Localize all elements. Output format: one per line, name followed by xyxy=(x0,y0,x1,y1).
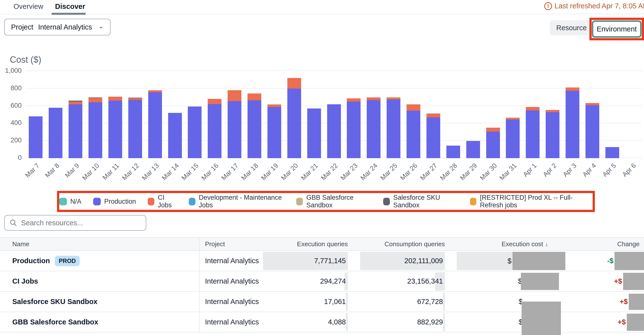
redacted-change-value xyxy=(614,252,644,270)
environment-toggle-button[interactable]: Environment xyxy=(593,22,640,37)
stacked-bar xyxy=(188,107,202,158)
x-slot: Apr 3 xyxy=(563,160,582,192)
bar-slot-mar-31 xyxy=(503,71,523,158)
x-slot: Apr 5 xyxy=(602,160,622,192)
bar-segment-ci-jobs xyxy=(108,97,122,101)
bar-slot-mar-16 xyxy=(205,71,225,158)
execution-queries-value: 7,771,145 xyxy=(314,257,348,265)
bar-slot-apr-1 xyxy=(523,71,543,158)
bar-segment-production xyxy=(29,116,42,158)
legend-swatch xyxy=(93,198,101,205)
active-tab-underline xyxy=(52,13,86,15)
bar-segment-ci-jobs xyxy=(68,102,82,104)
bar-segment-production xyxy=(546,112,560,158)
tab-overview[interactable]: Overview xyxy=(14,3,43,11)
bar-segment-ci-jobs xyxy=(406,105,420,111)
cost-stacked-bar-chart xyxy=(26,71,642,158)
bar-segment-production xyxy=(208,104,222,158)
bar-segment-production xyxy=(148,92,162,158)
redacted-change-value xyxy=(627,313,644,331)
bar-segment-production xyxy=(526,110,540,158)
y-tick-label: 0 xyxy=(0,154,22,162)
legend-swatch xyxy=(59,198,67,205)
legend-swatch xyxy=(189,198,196,205)
column-header-name[interactable]: Name xyxy=(0,238,199,250)
search-box xyxy=(4,215,146,231)
x-tick-label: Apr 4 xyxy=(581,162,598,179)
resource-toggle-button[interactable]: Resource xyxy=(550,20,593,36)
stacked-bar xyxy=(29,116,42,158)
bar-slot-apr-5 xyxy=(602,71,622,158)
bar-segment-ci-jobs xyxy=(88,98,102,102)
bar-segment-ci-jobs xyxy=(526,107,540,110)
project-filter-dropdown[interactable]: Project Internal Analytics ⌄ xyxy=(4,19,110,36)
bar-slot-mar-19 xyxy=(264,71,284,158)
search-input[interactable] xyxy=(21,219,141,227)
bar-slot-apr-2 xyxy=(543,71,563,158)
legend-item-development-maintenance-jobs[interactable]: Development - Maintenance Jobs xyxy=(189,194,284,209)
y-axis: 02004006008001,000 xyxy=(0,71,22,158)
bar-slot-mar-29 xyxy=(463,71,483,158)
legend-swatch xyxy=(383,198,390,205)
bar-segment-production xyxy=(506,120,520,158)
column-header-consumption-queries[interactable]: Consumption queries xyxy=(348,238,445,250)
x-tick-label: Apr 5 xyxy=(601,162,618,179)
legend-item-salesforce-sku-sandbox[interactable]: Salesforce SKU Sandbox xyxy=(383,194,458,209)
stacked-bar xyxy=(168,113,182,158)
column-header-label: Execution cost xyxy=(502,240,543,248)
legend-item-production[interactable]: Production xyxy=(93,198,136,205)
consumption-queries-value: 23,156,341 xyxy=(407,277,445,285)
bar-segment-production xyxy=(287,89,301,158)
execution-queries-value: 294,274 xyxy=(320,277,348,285)
bar-slot-mar-20 xyxy=(284,71,304,158)
resources-table: NameProjectExecution queriesConsumption … xyxy=(0,237,644,332)
execution-queries-value: 4,088 xyxy=(328,318,348,326)
bar-segment-production xyxy=(406,111,420,158)
legend-swatch xyxy=(296,198,303,205)
stacked-bar xyxy=(49,108,62,158)
legend-item--restricted-prod-xl-full-refresh-jobs[interactable]: [RESTRICTED] Prod XL -- Full-Refresh job… xyxy=(470,194,593,209)
resource-name: Production xyxy=(12,257,50,265)
legend-swatch xyxy=(148,198,154,205)
bar-segment-production xyxy=(367,100,380,158)
x-axis: Mar 7Mar 8Mar 9Mar 10Mar 11Mar 12Mar 13M… xyxy=(26,160,642,192)
stacked-bar xyxy=(68,101,82,158)
stacked-bar xyxy=(486,128,500,158)
stacked-bar xyxy=(88,97,102,158)
stacked-bar xyxy=(307,109,321,158)
y-tick-label: 800 xyxy=(0,84,22,92)
redacted-cost-value xyxy=(512,252,565,270)
column-header-change[interactable]: Change xyxy=(586,238,644,250)
column-header-project[interactable]: Project xyxy=(199,238,264,250)
legend-item-n-a[interactable]: N/A xyxy=(59,198,81,205)
bar-segment-production xyxy=(327,104,341,158)
table-row-salesforce-sku-sandbox[interactable]: Salesforce SKU SandboxInternal Analytics… xyxy=(0,292,644,312)
x-tick-label: Mar 7 xyxy=(24,162,41,179)
stacked-bar xyxy=(586,103,599,158)
annotation-box-legend: N/AProductionCI JobsDevelopment - Mainte… xyxy=(57,191,595,212)
legend-swatch xyxy=(470,198,476,205)
bar-slot-mar-28 xyxy=(443,71,463,158)
consumption-queries-value: 672,728 xyxy=(417,298,445,306)
bar-segment-ci-jobs xyxy=(228,91,242,101)
bar-segment-production xyxy=(586,105,599,158)
legend-item-ci-jobs[interactable]: CI Jobs xyxy=(148,194,177,209)
stacked-bar xyxy=(566,87,579,158)
table-row-production[interactable]: ProductionPRODInternal Analytics7,771,14… xyxy=(0,251,644,271)
stacked-bar xyxy=(327,104,341,158)
x-tick-label: Apr 3 xyxy=(561,162,578,179)
bar-slot-mar-27 xyxy=(424,71,444,158)
bar-slot-mar-8 xyxy=(46,71,66,158)
column-header-execution-queries[interactable]: Execution queries xyxy=(264,238,348,250)
table-row-ci-jobs[interactable]: CI JobsInternal Analytics294,27423,156,3… xyxy=(0,271,644,292)
tab-discover[interactable]: Discover xyxy=(55,3,85,11)
redacted-cost-value xyxy=(522,301,561,335)
legend-label: GBB Salesforce Sandbox xyxy=(306,194,372,209)
legend-item-gbb-salesforce-sandbox[interactable]: GBB Salesforce Sandbox xyxy=(296,194,372,209)
stacked-bar xyxy=(208,99,222,158)
legend-label: Salesforce SKU Sandbox xyxy=(393,194,458,209)
column-header-execution-cost[interactable]: Execution cost↓ xyxy=(445,238,586,250)
bar-segment-production xyxy=(68,104,82,158)
alert-circle-icon: ! xyxy=(544,2,552,10)
y-tick-label: 200 xyxy=(0,137,22,144)
